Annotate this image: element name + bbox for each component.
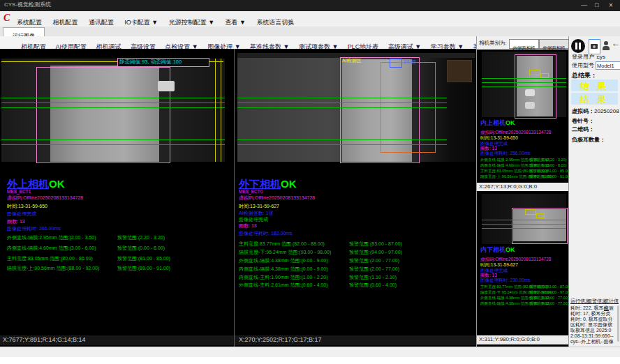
guide-line (237, 98, 447, 98)
metal-fixture (447, 60, 472, 82)
right1-camera-title: 内上相机OK (480, 120, 515, 127)
right1-elapsed-line: 图像处理耗时: 256.00ms (480, 151, 530, 156)
measurement-warn: 预警范围:(1.10 - 2.10) (349, 275, 397, 280)
measurement-warn: 预警范围:(0.00 - 8.00) (529, 163, 567, 167)
tab-outer-cameras[interactable]: 外侧两相机 (539, 39, 569, 49)
maximize-button[interactable]: □ (595, 2, 598, 9)
camera-group-header: 相机类别为: 内侧两相机 外侧两相机 (477, 36, 568, 50)
login-label: 登录用户： (572, 54, 600, 61)
left-camera-image[interactable] (1, 59, 225, 162)
middle-elapsed-line: 图像处理耗时: 182.00ms (239, 231, 293, 236)
left-done-line: 图像处理完成 (7, 211, 36, 217)
middle-done-line: 图像处理完成 (239, 217, 268, 222)
right1-code-line: 虚拟码:Offline20250208133134728 (480, 130, 551, 135)
window-title: CYS-视觉检测系统 (4, 2, 51, 8)
guide-line (1, 103, 225, 103)
pause-button[interactable] (571, 39, 585, 53)
ai-region-label: AI检测区 (342, 58, 362, 63)
virtual-code-value: 20250208 (594, 109, 619, 115)
app-window: CYS-视觉检测系统 — □ × C 系统配置 相机配置 通讯配置 IO卡配置 … (0, 0, 620, 364)
right-lower-camera-image[interactable] (482, 194, 566, 244)
guide-line (237, 103, 447, 103)
left-mes-tag: MES_ECT1 (7, 189, 31, 194)
result-box-1: 结 果 (571, 79, 618, 91)
right2-elapsed-line: 图像处理耗时: 230.00ms (480, 278, 530, 282)
guide-line (237, 144, 447, 145)
roi-box (36, 67, 170, 163)
log-scrollbar[interactable] (617, 305, 619, 342)
measurement-warn: 预警范围:(2.00 - 77.00) (349, 258, 399, 264)
status-bar: 心跳信号 相机连接 通讯连接 Cpu: 0.0% Memory: 3424.41… (0, 347, 620, 358)
edge-line (221, 59, 221, 162)
left-turns-line: 圈数: 13 (7, 219, 25, 225)
measurement-warn: 预警范围:(81.00 - 85.00) (117, 256, 170, 261)
left-time-line: 时间:13-31-59-650 (7, 204, 47, 209)
back-button[interactable]: ← (612, 38, 620, 52)
measurement-warn: 预警范围:(0.00 - 8.00) (117, 245, 165, 251)
right-upper-camera-image[interactable] (482, 52, 566, 117)
camera-lens (593, 45, 596, 48)
guide-line (237, 107, 447, 108)
measurement-value: 外侧直线-隔膜:2.95mm 范围:(2.00 - 3.50) (7, 235, 96, 241)
ai-score-value: 24.80 (404, 59, 416, 65)
measurement-warn: 预警范围:(89.00 - 91.00) (529, 174, 571, 179)
neg-tab-count-label: 负极耳数量： (572, 137, 605, 144)
tab-strip: 运行图像 (0, 26, 620, 37)
edge-line (215, 59, 216, 162)
back-arrow-icon: ← (612, 39, 620, 48)
measurement-value: 内侧直线-隔膜:4.38mm 范围:(0.00 - 9.00) (239, 266, 328, 272)
user-icon-body (603, 46, 610, 50)
middle-time-line: 时间:13-31-59-627 (239, 204, 279, 209)
tab-inner-cameras[interactable]: 内侧两相机 (509, 39, 539, 49)
middle-cursor-coords: X:270;Y:2502;R:17;G:17;B:17 (239, 337, 322, 344)
guide-line (482, 228, 566, 229)
bright-blob (525, 89, 535, 96)
measurement-warn: 预警范围:(81.00 - 85.00) (529, 169, 571, 173)
guide-line (482, 82, 566, 83)
measurement-value: 隔膜宽度-上:90.56mm 范围:(88.00 - 92.00) (7, 266, 99, 271)
model-input[interactable] (596, 61, 620, 70)
qr-code-label: 二维码： (572, 127, 594, 133)
app-logo-icon: C (3, 13, 10, 23)
guide-line (1, 98, 225, 98)
right2-code-line: 虚拟码:Offline20250208133134728 (480, 257, 551, 261)
middle-mes-tag: MES_ECT0 (239, 189, 263, 194)
measurement-warn: 预警范围:(89.00 - 91.00) (117, 266, 170, 271)
bottom-margin (0, 357, 620, 364)
right2-coord-bar: X:311;Y:980;R:0;G:0;B:0 (477, 335, 568, 344)
right2-camera-title: 内下相机OK (480, 247, 515, 254)
measurement-warn: 预警范围:(2.20 - 3.20) (529, 158, 567, 162)
measurement-value: 隔膜宽度-下:95.24mm 范围:(93.00 - 98.00) (239, 250, 331, 255)
guide-line (482, 86, 566, 87)
measurement-value: 主料宽度:83.05mm 范围:(80.00 - 86.00) (7, 256, 93, 261)
tag-label-box (540, 73, 549, 78)
login-value: cys (597, 54, 605, 61)
menu-bar: C 系统配置 相机配置 通讯配置 IO卡配置 ▼ 光源控制配置 ▼ 查看 ▼ 系… (0, 11, 620, 27)
middle-ai-line: AI检测张数: 1张 (239, 211, 273, 216)
measurement-warn: 预警范围:(2.00 - 77.00) (349, 266, 399, 272)
guide-line (1, 107, 225, 108)
snapshot-button[interactable] (589, 39, 600, 54)
minimize-button[interactable]: — (581, 2, 587, 9)
guide-line (1, 144, 225, 145)
log-tabs: 运行信息 报警信息 统计信息 (570, 298, 619, 305)
tab-run-image[interactable]: 运行图像 (3, 27, 45, 37)
user-lock-button[interactable] (602, 39, 611, 53)
tag-label-box (525, 209, 536, 215)
right1-coord-bar: X:267;Y:13;R:0;G:0;B:0 (477, 183, 568, 191)
close-button[interactable]: × (609, 1, 613, 9)
sidebar: ← 登录用户： cys 使用型号： 总结果： 结 果 结 果 虚拟码： 2025… (569, 36, 620, 347)
bright-blob (525, 102, 535, 109)
virtual-code-label: 虚拟码： (572, 109, 594, 115)
measurement-warn: 预警范围:(83.00 - 87.00) (529, 285, 571, 289)
guide-line (482, 224, 566, 225)
guide-line (1, 139, 225, 140)
measurement-value: 外侧直线-隔膜:4.38mm 范围:(0.00 - 9.00) (239, 258, 328, 264)
right1-time-line: 时间:13-31-59-650 (480, 135, 518, 140)
camera-group-label: 相机类别为: (479, 40, 507, 46)
measurement-warn: 预警范围:(83.00 - 87.00) (349, 241, 402, 247)
tag-label-box (536, 213, 545, 218)
measurement-warn: 预警范围:(94.00 - 97.00) (529, 290, 571, 294)
user-icon (604, 41, 608, 45)
total-result-label: 总结果： (572, 73, 597, 79)
